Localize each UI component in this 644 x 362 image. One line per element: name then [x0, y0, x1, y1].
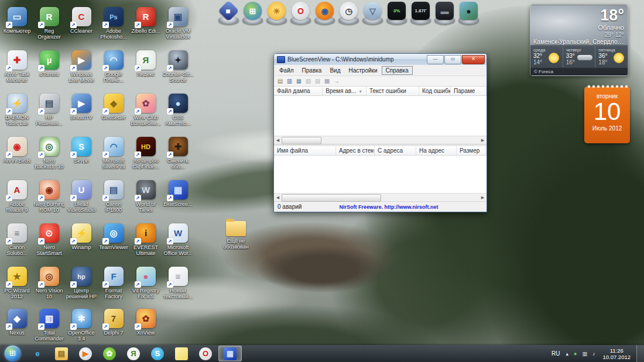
dump-list-hscrollbar[interactable]: ◀ ▶ — [274, 136, 487, 144]
menu-item[interactable]: Вид — [326, 66, 344, 75]
menu-item[interactable]: Файл — [275, 66, 298, 75]
desktop-icon-anvir-task-manager[interactable]: ✚↗AnVir Task Manager — [1, 50, 33, 83]
title-bar[interactable]: BlueScreenView - C:\Windows\minidump — ▭… — [274, 54, 487, 65]
desktop-icon-world-of-tanks[interactable]: W↗World of Tanks — [130, 180, 162, 213]
desktop-icon-ashampoo-clipfinder[interactable]: HD↗Ashampoo ClipFinde... — [130, 137, 162, 170]
taskbar-item-skype[interactable]: S — [146, 346, 169, 361]
desktop-icon-hp-solution-center[interactable]: hp↗Центр решений HP — [66, 267, 97, 299]
desktop-icon-hp-solutions[interactable]: ▤↗HP Решения... — [33, 94, 65, 126]
desktop-icon-bluescreenview[interactable]: ▦↗BlueScree... — [162, 180, 194, 207]
menu-item[interactable]: Настройки — [344, 66, 381, 75]
dock-item-windows[interactable]: ⊞ — [241, 1, 265, 26]
desktop-icon-angry-birds[interactable]: ◉↗Angry Birds — [1, 137, 33, 164]
detail-list[interactable] — [274, 156, 487, 193]
language-indicator[interactable]: RU — [551, 350, 560, 357]
network-icon[interactable]: ▥ — [582, 351, 587, 357]
taskbar-item-bluescreenview[interactable]: ▦ — [218, 346, 242, 361]
desktop-icon-zibello-edit[interactable]: R↗Zibello Edi... — [130, 7, 162, 34]
desktop-icon-daemon-tools-lite[interactable]: ⚡↗DAEMON Tools Lite — [1, 94, 33, 126]
desktop-icon-nero-vision[interactable]: ◎↗Nero Vision 10 — [33, 267, 65, 299]
desktop-icon-nero-startsmart[interactable]: ⊙↗Nero StartSmart 10 — [33, 223, 65, 257]
dock-item-recycle-bin[interactable]: ▽ — [361, 1, 385, 26]
maximize-button[interactable]: ▭ — [444, 55, 461, 64]
desktop-icon-nero-burning-rom[interactable]: ◉↗Nero Burning ROM 10 — [33, 180, 65, 213]
exit-icon[interactable]: → — [333, 77, 340, 85]
desktop-icon-xnview[interactable]: ✿↗XnView — [130, 309, 162, 336]
desktop-icon-canon-solution[interactable]: ≡↗Canon Solutio... — [1, 223, 33, 256]
desktop-icon-smotri-tv[interactable]: ▶↗SmotriTV — [66, 94, 97, 120]
scroll-right-icon[interactable]: ▶ — [479, 137, 486, 143]
column-header-cell[interactable]: На адрес — [416, 146, 457, 155]
close-button[interactable]: ✕ — [462, 55, 485, 64]
desktop-icon-yandex[interactable]: Я↗Яндекс — [130, 50, 162, 77]
column-header-cell[interactable]: Время ав...▼ — [323, 87, 366, 95]
scroll-left-icon[interactable]: ◀ — [275, 194, 281, 201]
dock-item-ram-meter[interactable]: 1.87Г — [409, 1, 433, 26]
antivirus-tray-icon[interactable]: ● — [574, 351, 577, 357]
desktop-icon-total-commander[interactable]: ▥↗Total Commander — [33, 309, 65, 342]
desktop-icon-vit-registry-fix[interactable]: ●↗Vit Registry Fix 9.5 — [130, 267, 162, 299]
desktop-icon-openoffice[interactable]: ✻↗OpenOffice 3.4 — [66, 309, 97, 342]
desktop-icon-computer[interactable]: ▭↗Компьютер — [1, 7, 33, 34]
dock-item-cpu-meter[interactable]: 3% — [385, 1, 409, 26]
copy-icon[interactable]: ▧ — [304, 77, 312, 85]
desktop-icon-windows-live-movie-maker[interactable]: ▶↗Windows Live Movie Maker — [66, 50, 97, 84]
desktop-icon-utorrent[interactable]: µ↗uTorrent — [33, 50, 65, 77]
clock[interactable]: 11:26 10.07.2012 — [602, 347, 631, 360]
show-hidden-icons[interactable]: ▴ — [566, 351, 568, 357]
dock-item-clock[interactable]: ◷ — [337, 1, 361, 26]
desktop-icon-delphi-7[interactable]: 7↗Delphi 7 — [98, 309, 129, 336]
show-desktop-button[interactable] — [636, 345, 644, 362]
column-header-cell[interactable]: Файл дампа — [274, 87, 323, 95]
dock-item-weather-sun[interactable]: ☀ — [265, 1, 289, 26]
save-icon[interactable]: ▥ — [286, 77, 293, 85]
desktop-icon-new-text-document[interactable]: ≡↗Новый текстовый... — [162, 267, 194, 299]
column-header-cell[interactable]: Код ошибки — [419, 87, 451, 95]
column-header-cell[interactable]: Текст ошибки — [366, 87, 419, 95]
dock-item-drive[interactable]: ▬ — [433, 1, 457, 26]
minimize-button[interactable]: — — [427, 55, 444, 64]
desktop-folder-unnamed[interactable]: Ещё не обозвован — [219, 219, 253, 250]
scroll-left-icon[interactable]: ◀ — [275, 137, 281, 143]
start-button[interactable]: ⊞ — [5, 346, 20, 361]
desktop-icon-skype[interactable]: S↗Skype — [66, 137, 97, 164]
column-header-cell[interactable]: Имя файла — [274, 146, 336, 155]
desktop-icon-google-earth[interactable]: ◠↗Google Плане... — [98, 50, 129, 83]
column-header-cell[interactable]: Параме — [451, 87, 487, 95]
desktop-icon-change-wallpaper[interactable]: ✚↗Сменить обо... — [162, 137, 194, 170]
desktop-icon-microsoft-silverlight[interactable]: ◠↗Microsoft Silverlight — [98, 137, 129, 170]
nirsoft-link[interactable]: NirSoft Freeware. http://www.nirsoft.net — [339, 204, 438, 210]
desktop-icon-everest-ultimate[interactable]: i↗EVEREST Ultimate — [130, 223, 162, 256]
taskbar-item-media-player[interactable]: ▶ — [74, 346, 97, 361]
taskbar-item-opera[interactable]: O — [194, 346, 217, 361]
copy2-icon[interactable]: ▨ — [314, 77, 321, 85]
calendar-widget[interactable]: вторник 10 Июль 2012 — [584, 87, 630, 143]
scroll-right-icon[interactable]: ▶ — [479, 194, 486, 201]
taskbar-item-yandex-browser[interactable]: Я — [122, 346, 145, 361]
menu-item[interactable]: Правка — [298, 66, 326, 75]
desktop-icon-winx-club[interactable]: ✿↗Winx Club Волшебни... — [130, 94, 162, 126]
taskbar-item-icq[interactable]: ✿ — [98, 346, 121, 361]
column-header-cell[interactable]: С адреса — [375, 146, 416, 155]
open-report-icon[interactable]: ▤ — [276, 77, 284, 85]
desktop-icon-format-factory[interactable]: F↗Format Factory — [98, 267, 129, 299]
desktop-icon-ulead-videostudio[interactable]: U↗Ulead VideoStudio — [66, 180, 97, 213]
desktop-icon-geosetter[interactable]: ◆↗GeoSetter — [98, 94, 129, 120]
dock-item-firefox[interactable]: ◉ — [313, 1, 337, 26]
dock-item-opera[interactable]: O — [289, 1, 313, 26]
column-header-cell[interactable]: Адрес в стеке — [336, 146, 375, 155]
detail-list-hscrollbar[interactable]: ◀ ▶ — [274, 193, 487, 201]
weather-widget[interactable]: 18° Облачно 29° 12° Каменск-Уральский, С… — [530, 5, 628, 76]
desktop-icon-ccleaner[interactable]: C↗CCleaner — [66, 7, 97, 34]
disable-icon[interactable]: ▩ — [323, 77, 331, 85]
desktop-icon-reg-organizer[interactable]: R↗Reg Organizer — [33, 7, 65, 40]
desktop-icon-microsoft-office-word[interactable]: W↗Microsoft Office Wor... — [162, 223, 194, 256]
dump-list[interactable] — [274, 96, 487, 136]
desktop-icon-pc-wizard[interactable]: ★↗PC Wizard 2012 — [1, 267, 33, 299]
column-header-cell[interactable]: Размер — [457, 146, 486, 155]
desktop-icon-oracle-vm-virtualbox[interactable]: ▣↗Oracle VM VirtualBox — [162, 7, 194, 40]
scroll-thumb[interactable] — [282, 194, 381, 202]
desktop-icon-css-amister[interactable]: ●↗CSS Амистер... — [162, 94, 194, 126]
desktop-icon-canon-ip1800-properties[interactable]: ▤↗Canon iP1800 series Свойс... — [98, 180, 129, 213]
properties-icon[interactable]: ▦ — [295, 77, 303, 85]
